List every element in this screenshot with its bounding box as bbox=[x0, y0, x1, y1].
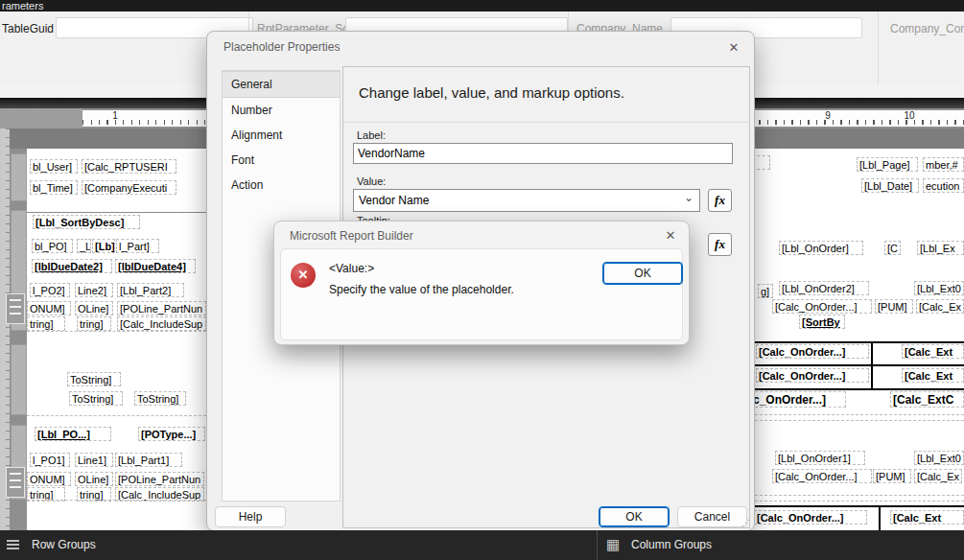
report-field[interactable]: [Lbl_OnOrder] bbox=[779, 241, 863, 255]
report-field[interactable]: [lblDueDate2] bbox=[32, 259, 112, 273]
chevron-down-icon: ⌄ bbox=[684, 191, 694, 204]
report-field[interactable]: l_PO2] bbox=[30, 283, 70, 297]
report-field[interactable]: [Lbl_Ext0 bbox=[914, 281, 964, 295]
report-field[interactable]: [Lb] bbox=[92, 239, 115, 253]
dialog-heading-band: Change label, value, and markup options. bbox=[343, 67, 749, 123]
report-field[interactable]: [Calc_OnOrder...] bbox=[772, 299, 872, 314]
tablix-line bbox=[27, 212, 206, 213]
row-group-bracket-icon[interactable] bbox=[6, 467, 25, 498]
report-field[interactable]: l_Part] bbox=[116, 239, 159, 253]
report-field[interactable]: [Calc_OnOrder...] bbox=[756, 344, 869, 359]
report-field[interactable]: [Lbl_Date] bbox=[861, 178, 919, 193]
report-field[interactable]: _L bbox=[77, 239, 91, 253]
report-field[interactable]: [Calc_IncludeSup bbox=[117, 316, 206, 331]
report-field[interactable]: [C bbox=[884, 241, 901, 255]
report-field[interactable]: Line2] bbox=[75, 283, 113, 297]
column-groups-label[interactable]: Column Groups bbox=[631, 538, 712, 551]
tablix-dashed-line bbox=[741, 420, 964, 421]
report-field[interactable]: bl_User] bbox=[30, 159, 78, 174]
report-field[interactable]: [Lbl_Ext0 bbox=[914, 451, 964, 465]
tablix-dashed-line bbox=[741, 501, 964, 502]
report-field[interactable]: [SortBy bbox=[799, 315, 845, 329]
resize-grip[interactable]: ⋰ bbox=[741, 518, 750, 527]
report-field[interactable]: bl_PO] bbox=[32, 239, 73, 253]
tablix-line bbox=[741, 505, 964, 507]
error-dialog: Microsoft Report Builder ✕ ✕ <Value:> Sp… bbox=[273, 221, 690, 345]
tooltip-expression-button[interactable]: fx bbox=[708, 233, 732, 256]
value-expression-button[interactable]: fx bbox=[708, 189, 732, 212]
report-field[interactable]: tring] bbox=[27, 316, 65, 331]
report-field[interactable]: ecution bbox=[923, 178, 964, 193]
report-field[interactable]: [Calc_Ext bbox=[902, 368, 964, 383]
report-field[interactable]: [PUM] bbox=[875, 299, 913, 314]
error-ok-button[interactable]: OK bbox=[602, 262, 683, 285]
row-group-bracket-icon[interactable] bbox=[6, 293, 25, 324]
report-field[interactable]: [Calc_ExtC bbox=[890, 391, 964, 408]
report-field[interactable]: [Calc_OnOrder...] bbox=[756, 368, 869, 383]
report-field[interactable]: alc_OnOrder...] bbox=[741, 391, 846, 408]
report-field[interactable]: [Lbl_OnOrder2] bbox=[779, 281, 869, 295]
nav-item-alignment[interactable]: Alignment bbox=[223, 123, 340, 148]
label-field-caption: Label: bbox=[357, 129, 386, 141]
value-field-caption: Value: bbox=[357, 175, 386, 187]
report-field[interactable]: [Calc_Ext bbox=[890, 510, 964, 525]
error-icon: ✕ bbox=[291, 263, 316, 288]
report-field[interactable]: [CompanyExecuti bbox=[82, 180, 176, 195]
report-field[interactable]: [Lbl_Part2] bbox=[117, 283, 184, 297]
tablix-line bbox=[741, 341, 964, 343]
report-field[interactable]: [Lbl_OnOrder1] bbox=[775, 451, 865, 465]
report-field[interactable]: [POType...] bbox=[138, 427, 205, 441]
report-field[interactable]: [Calc_Ex bbox=[914, 469, 962, 483]
report-field[interactable]: [Calc_RPTUSERI bbox=[82, 159, 176, 174]
report-field[interactable]: bl_Time] bbox=[30, 180, 78, 195]
report-field[interactable]: OLine] bbox=[75, 472, 113, 486]
report-field[interactable]: tring] bbox=[77, 316, 111, 331]
nav-item-font[interactable]: Font bbox=[223, 148, 340, 173]
cancel-button[interactable]: Cancel bbox=[677, 506, 747, 527]
groups-bar: Row Groups ▦ Column Groups bbox=[0, 530, 964, 560]
report-field[interactable]: ONUM] bbox=[27, 301, 71, 315]
column-groups-icon: ▦ bbox=[606, 537, 620, 552]
tablix-dashed-line bbox=[741, 495, 964, 496]
report-field[interactable]: [lblDueDate4] bbox=[115, 259, 196, 273]
report-field[interactable]: [PUM] bbox=[873, 469, 911, 483]
tablix-line bbox=[741, 388, 964, 390]
report-field[interactable]: ToString] bbox=[69, 391, 123, 406]
report-field[interactable]: [Calc_OnOrder...] bbox=[754, 510, 867, 525]
report-field[interactable]: [Lbl_Ex bbox=[917, 241, 964, 255]
row-groups-label[interactable]: Row Groups bbox=[32, 538, 96, 551]
report-field[interactable]: ToString] bbox=[67, 372, 121, 386]
tablix-line bbox=[741, 364, 964, 366]
report-field[interactable]: ToString] bbox=[134, 391, 186, 406]
tablix-line bbox=[871, 341, 873, 390]
value-combobox[interactable]: Vendor Name ⌄ bbox=[353, 189, 700, 212]
report-field[interactable]: mber,# bbox=[923, 157, 964, 172]
report-field[interactable]: [Lbl_PO...] bbox=[35, 427, 111, 441]
report-field[interactable]: [Lbl_Page] bbox=[857, 157, 918, 172]
tablix-dashed-line bbox=[741, 414, 964, 415]
report-field[interactable]: ONUM] bbox=[27, 472, 71, 486]
tablix-dashed-line bbox=[27, 500, 206, 501]
close-icon[interactable]: ✕ bbox=[721, 37, 746, 58]
error-line1: <Value:> bbox=[329, 262, 374, 275]
report-field[interactable]: l_PO1] bbox=[30, 453, 70, 467]
report-field[interactable]: [Calc_Ex bbox=[916, 299, 964, 314]
label-input[interactable] bbox=[353, 143, 733, 164]
report-field[interactable]: [Lbl_Part1] bbox=[115, 453, 182, 467]
help-button[interactable]: Help bbox=[215, 506, 286, 527]
report-field[interactable]: [Calc_Ext bbox=[902, 344, 964, 359]
report-field[interactable]: g] bbox=[758, 284, 773, 298]
report-field[interactable]: OLine] bbox=[75, 301, 113, 315]
report-field[interactable]: [Lbl_SortByDesc] bbox=[33, 215, 140, 229]
nav-item-action[interactable]: Action bbox=[223, 173, 340, 198]
nav-item-number[interactable]: Number bbox=[223, 98, 340, 123]
nav-item-general[interactable]: General bbox=[223, 71, 340, 98]
ok-button[interactable]: OK bbox=[599, 506, 670, 527]
report-field[interactable]: Line1] bbox=[75, 453, 113, 467]
report-field[interactable]: [POLine_PartNun bbox=[115, 472, 204, 486]
close-icon[interactable]: ✕ bbox=[658, 225, 683, 246]
row-groups-icon bbox=[7, 540, 19, 550]
report-field[interactable]: [POLine_PartNun bbox=[117, 301, 206, 315]
tablix-line bbox=[879, 505, 881, 530]
report-field[interactable]: [Calc_OnOrder...] bbox=[772, 469, 872, 483]
